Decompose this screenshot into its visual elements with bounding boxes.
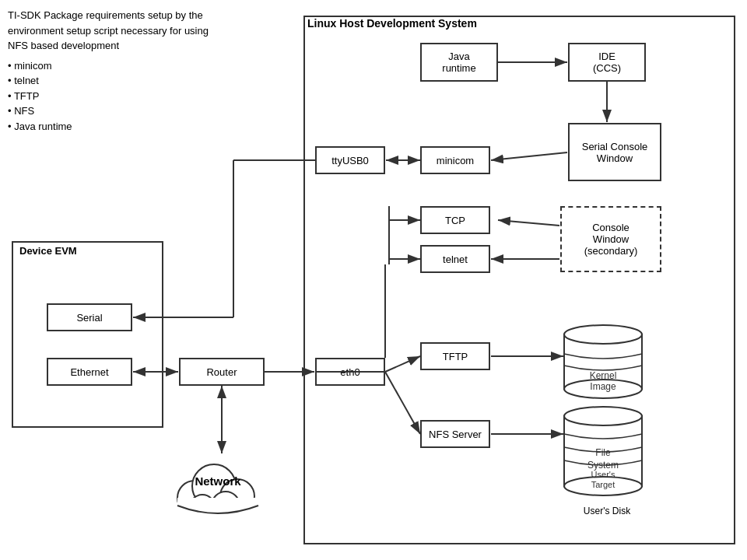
eth0-box: eth0 bbox=[315, 358, 385, 386]
eth0-label: eth0 bbox=[340, 366, 359, 378]
ide-ccs-label: IDE(CCS) bbox=[593, 51, 621, 74]
linux-host-box bbox=[303, 16, 735, 544]
router-label: Router bbox=[206, 366, 237, 378]
users-target-text: FileSystem bbox=[560, 447, 646, 471]
serial-console-window-label: Serial ConsoleWindow bbox=[582, 141, 648, 164]
linux-host-label: Linux Host Development System bbox=[307, 17, 477, 30]
bullet-telnet: • telnet bbox=[8, 73, 226, 89]
nfs-server-box: NFS Server bbox=[420, 420, 490, 448]
svg-point-7 bbox=[564, 407, 642, 425]
nfs-server-label: NFS Server bbox=[429, 429, 482, 440]
bullet-minicom: • minicom bbox=[8, 58, 226, 74]
svg-text:Kernel: Kernel bbox=[590, 370, 617, 381]
svg-point-1 bbox=[564, 325, 642, 344]
tftp-box: TFTP bbox=[420, 342, 490, 370]
java-runtime-label: Javaruntime bbox=[442, 51, 475, 74]
console-window-secondary-label: ConsoleWindow(secondary) bbox=[584, 222, 638, 257]
serial-console-window-box: Serial ConsoleWindow bbox=[568, 123, 661, 181]
diagram-container: TI-SDK Package requirements setup by the… bbox=[0, 0, 747, 560]
ttyusb0-box: ttyUSB0 bbox=[315, 146, 385, 174]
serial-label: Serial bbox=[76, 312, 102, 324]
device-evm-box bbox=[12, 241, 163, 428]
info-text-block: TI-SDK Package requirements setup by the… bbox=[8, 8, 226, 134]
svg-text:Image: Image bbox=[590, 381, 616, 392]
device-evm-label: Device EVM bbox=[19, 245, 77, 257]
router-box: Router bbox=[179, 358, 265, 386]
bullet-tftp: • TFTP bbox=[8, 89, 226, 104]
svg-text:Target: Target bbox=[591, 480, 615, 489]
tcp-label: TCP bbox=[445, 215, 465, 226]
tftp-label: TFTP bbox=[443, 351, 468, 362]
users-disk-label: User's Disk bbox=[568, 506, 646, 516]
bullet-java: • Java runtime bbox=[8, 119, 226, 135]
telnet-box: telnet bbox=[420, 245, 490, 273]
console-window-secondary-box: ConsoleWindow(secondary) bbox=[560, 206, 661, 272]
ethernet-box: Ethernet bbox=[47, 358, 132, 386]
telnet-label: telnet bbox=[443, 254, 468, 265]
ethernet-label: Ethernet bbox=[70, 366, 108, 378]
minicom-label: minicom bbox=[437, 155, 474, 166]
minicom-box: minicom bbox=[420, 146, 490, 174]
ide-ccs-box: IDE(CCS) bbox=[568, 43, 646, 82]
network-label: Network bbox=[179, 474, 257, 488]
kernel-image-cylinder: Kernel Image bbox=[560, 323, 646, 401]
java-runtime-box: Javaruntime bbox=[420, 43, 498, 82]
info-title: TI-SDK Package requirements setup by the… bbox=[8, 8, 226, 54]
ttyusb0-label: ttyUSB0 bbox=[331, 155, 369, 166]
bullet-nfs: • NFS bbox=[8, 103, 226, 119]
serial-box: Serial bbox=[47, 303, 132, 331]
tcp-box: TCP bbox=[420, 206, 490, 234]
